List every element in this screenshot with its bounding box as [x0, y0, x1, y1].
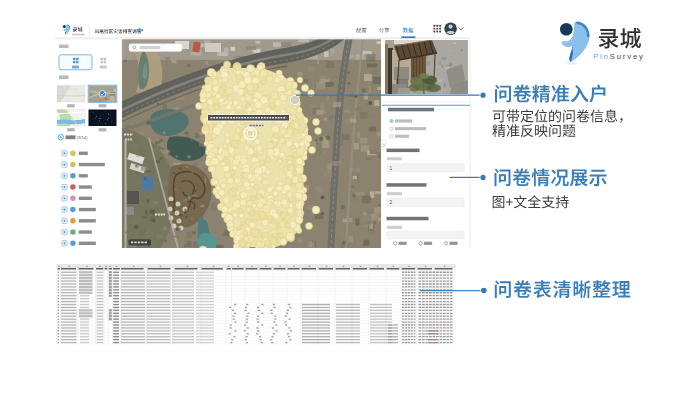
svg-text:PinSurvey: PinSurvey — [593, 52, 645, 61]
svg-text:1: 1 — [390, 166, 393, 171]
svg-text:(9/14): (9/14) — [77, 135, 89, 140]
svg-text:2: 2 — [390, 200, 393, 205]
